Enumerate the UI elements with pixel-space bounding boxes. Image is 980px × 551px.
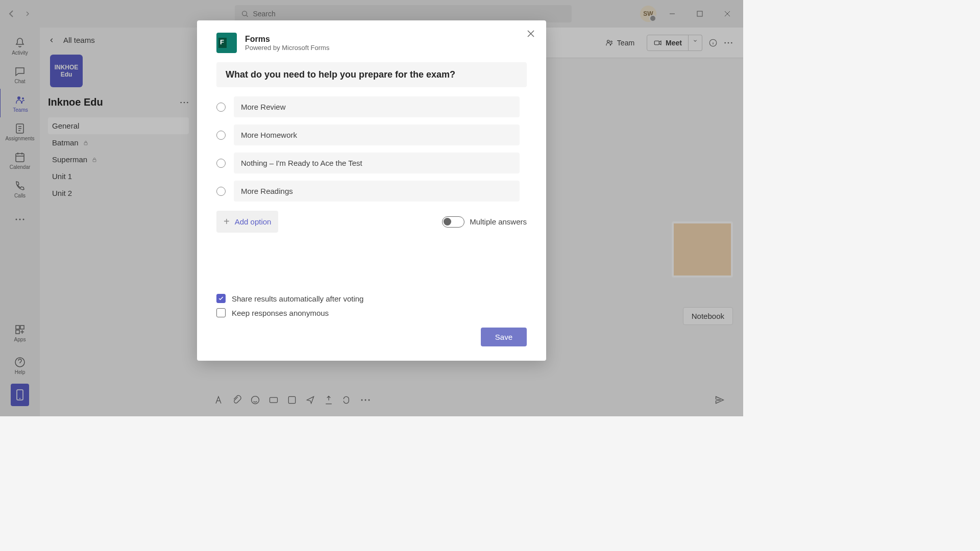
option-input[interactable]: Nothing – I'm Ready to Ace the Test bbox=[234, 153, 520, 173]
poll-option-row: More Homework bbox=[216, 124, 527, 145]
close-modal-button[interactable] bbox=[527, 30, 535, 38]
poll-option-row: More Review bbox=[216, 96, 527, 117]
add-option-label: Add option bbox=[235, 217, 272, 226]
poll-options: More Review More Homework Nothing – I'm … bbox=[216, 96, 527, 202]
plus-icon: + bbox=[224, 216, 230, 228]
radio-icon bbox=[216, 187, 226, 196]
anonymous-checkbox[interactable] bbox=[216, 308, 226, 317]
option-input[interactable]: More Homework bbox=[234, 124, 520, 145]
radio-icon bbox=[216, 103, 226, 112]
multiple-answers-toggle[interactable] bbox=[442, 216, 464, 228]
check-icon bbox=[218, 295, 224, 302]
poll-option-row: More Readings bbox=[216, 181, 527, 202]
save-button[interactable]: Save bbox=[481, 328, 527, 346]
forms-logo bbox=[216, 33, 237, 53]
multiple-answers-label: Multiple answers bbox=[470, 217, 527, 226]
share-results-label: Share results automatically after voting bbox=[232, 294, 363, 303]
modal-title: Forms bbox=[245, 35, 329, 44]
anonymous-label: Keep responses anonymous bbox=[232, 309, 329, 317]
radio-icon bbox=[216, 159, 226, 168]
poll-question-input[interactable]: What do you need to help you prepare for… bbox=[216, 62, 527, 87]
option-input[interactable]: More Readings bbox=[234, 181, 520, 202]
share-results-checkbox[interactable] bbox=[216, 294, 226, 303]
close-icon bbox=[527, 30, 535, 38]
modal-subtitle: Powered by Microsoft Forms bbox=[245, 44, 329, 52]
add-option-button[interactable]: + Add option bbox=[216, 211, 278, 233]
modal-overlay: Forms Powered by Microsoft Forms What do… bbox=[0, 0, 743, 416]
poll-option-row: Nothing – I'm Ready to Ace the Test bbox=[216, 153, 527, 173]
option-input[interactable]: More Review bbox=[234, 96, 520, 117]
radio-icon bbox=[216, 131, 226, 140]
forms-poll-modal: Forms Powered by Microsoft Forms What do… bbox=[197, 20, 546, 361]
